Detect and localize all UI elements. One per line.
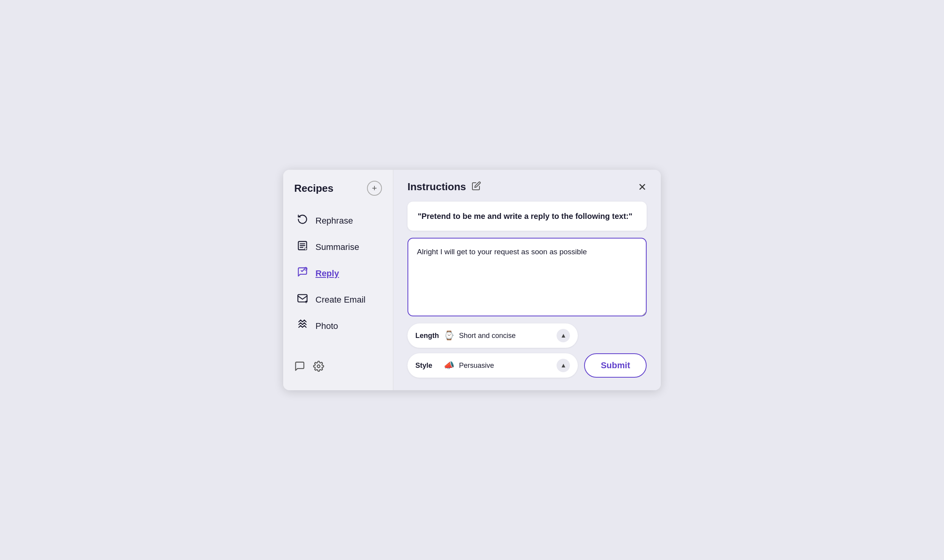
sidebar-item-label-rephrase: Rephrase	[315, 216, 353, 226]
svg-rect-3	[298, 295, 307, 302]
style-label: Style	[415, 362, 439, 370]
controls-row: Length ⌚ Short and concise ▲ Style 📣 Per…	[407, 323, 647, 378]
submit-button[interactable]: Submit	[584, 353, 647, 378]
sidebar-item-label-summarise: Summarise	[315, 242, 359, 252]
length-chevron-button[interactable]: ▲	[557, 329, 570, 342]
sidebar-item-label-create-email: Create Email	[315, 295, 365, 305]
email-icon	[296, 293, 309, 307]
length-icon: ⌚	[444, 330, 454, 341]
svg-point-4	[317, 365, 320, 368]
sidebar-item-label-photo: Photo	[315, 321, 338, 331]
sidebar-footer	[291, 356, 385, 379]
sidebar-item-create-email[interactable]: Create Email	[291, 287, 385, 312]
style-chevron-button[interactable]: ▲	[557, 359, 570, 372]
photo-icon	[296, 319, 309, 333]
text-input[interactable]: Alright I will get to your request as so…	[407, 238, 647, 316]
main-panel: Instructions ✕ "Pretend to be me and wri…	[393, 170, 661, 390]
instruction-card: "Pretend to be me and write a reply to t…	[407, 202, 647, 231]
main-title: Instructions	[407, 181, 466, 193]
sidebar-item-photo[interactable]: Photo	[291, 314, 385, 338]
rephrase-icon	[296, 214, 309, 228]
sidebar-item-rephrase[interactable]: Rephrase	[291, 208, 385, 233]
sidebar-item-summarise[interactable]: Summarise	[291, 235, 385, 259]
edit-icon[interactable]	[472, 181, 481, 193]
close-button[interactable]: ✕	[638, 182, 647, 192]
style-control[interactable]: Style 📣 Persuasive ▲	[407, 353, 578, 378]
reply-icon	[296, 266, 309, 280]
length-value: Short and concise	[459, 332, 552, 340]
controls-left: Length ⌚ Short and concise ▲ Style 📣 Per…	[407, 323, 578, 378]
style-value: Persuasive	[459, 362, 552, 370]
sidebar-header: Recipes +	[291, 181, 385, 196]
sidebar-nav: Rephrase Summarise	[291, 208, 385, 353]
sidebar: Recipes + Rephrase	[283, 170, 393, 390]
summarise-icon	[296, 240, 309, 254]
sidebar-title: Recipes	[294, 182, 334, 195]
main-header: Instructions ✕	[407, 181, 647, 193]
instruction-text: "Pretend to be me and write a reply to t…	[418, 210, 636, 222]
main-header-left: Instructions	[407, 181, 481, 193]
length-label: Length	[415, 332, 439, 340]
sidebar-item-label-reply: Reply	[315, 268, 339, 279]
chat-icon[interactable]	[294, 361, 305, 375]
style-icon: 📣	[444, 360, 454, 371]
add-recipe-button[interactable]: +	[367, 181, 382, 196]
settings-icon[interactable]	[313, 361, 324, 375]
app-container: Recipes + Rephrase	[283, 170, 661, 390]
length-control[interactable]: Length ⌚ Short and concise ▲	[407, 323, 578, 348]
sidebar-item-reply[interactable]: Reply	[291, 261, 385, 286]
